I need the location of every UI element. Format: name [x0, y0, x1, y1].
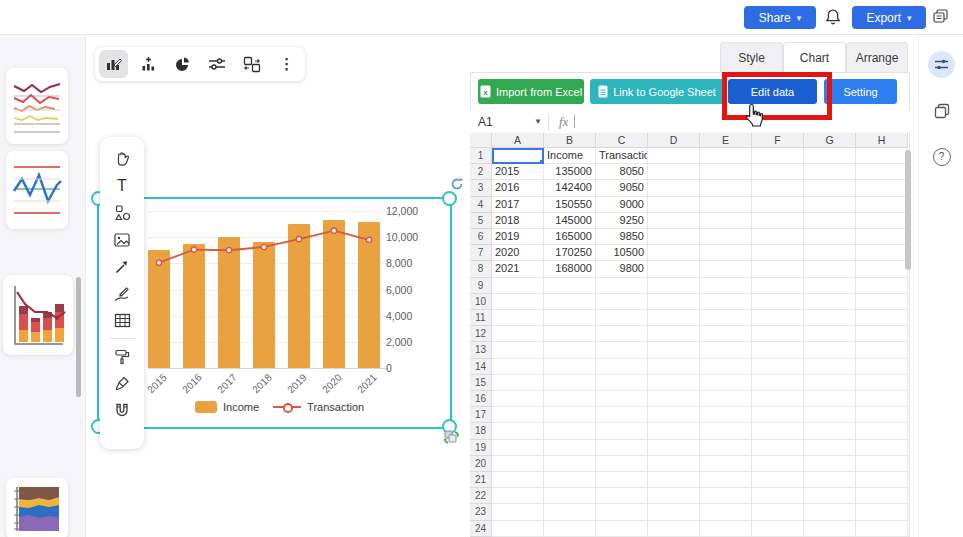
cell-H22[interactable] — [856, 488, 908, 504]
cell-A16[interactable] — [492, 391, 544, 407]
cell-A9[interactable] — [492, 278, 544, 294]
cell-F6[interactable] — [752, 229, 804, 245]
cell-E22[interactable] — [700, 488, 752, 504]
cell-D5[interactable] — [648, 213, 700, 229]
cell-B9[interactable] — [544, 278, 596, 294]
row-header-12[interactable]: 12 — [470, 326, 492, 342]
cell-E13[interactable] — [700, 342, 752, 358]
cell-H11[interactable] — [856, 310, 908, 326]
panel-sliders-icon[interactable] — [928, 51, 955, 78]
cell-E11[interactable] — [700, 310, 752, 326]
cell-C5[interactable]: 9250 — [596, 213, 648, 229]
cell-F11[interactable] — [752, 310, 804, 326]
cell-D9[interactable] — [648, 278, 700, 294]
cell-D16[interactable] — [648, 391, 700, 407]
cell-G22[interactable] — [804, 488, 856, 504]
cell-B18[interactable] — [544, 423, 596, 439]
cell-E21[interactable] — [700, 472, 752, 488]
cell-A2[interactable]: 2015 — [492, 164, 544, 180]
cell-F13[interactable] — [752, 342, 804, 358]
legend-item-transaction[interactable]: Transaction — [273, 401, 364, 413]
row-header-24[interactable]: 24 — [470, 521, 492, 537]
cell-G4[interactable] — [804, 197, 856, 213]
cell-H7[interactable] — [856, 245, 908, 261]
cell-B15[interactable] — [544, 375, 596, 391]
cell-D12[interactable] — [648, 326, 700, 342]
cell-B23[interactable] — [544, 504, 596, 520]
cell-E14[interactable] — [700, 359, 752, 375]
row-header-19[interactable]: 19 — [470, 440, 492, 456]
cell-D15[interactable] — [648, 375, 700, 391]
cell-B22[interactable] — [544, 488, 596, 504]
cell-C6[interactable]: 9850 — [596, 229, 648, 245]
row-header-11[interactable]: 11 — [470, 310, 492, 326]
link-to-google-sheet-button[interactable]: Link to Google Sheet — [590, 79, 724, 104]
cell-D4[interactable] — [648, 197, 700, 213]
cell-G11[interactable] — [804, 310, 856, 326]
row-header-13[interactable]: 13 — [470, 342, 492, 358]
cell-B5[interactable]: 145000 — [544, 213, 596, 229]
cell-B7[interactable]: 170250 — [544, 245, 596, 261]
cell-F2[interactable] — [752, 164, 804, 180]
cell-A20[interactable] — [492, 456, 544, 472]
cell-A4[interactable]: 2017 — [492, 197, 544, 213]
cell-H17[interactable] — [856, 407, 908, 423]
column-header-D[interactable]: D — [648, 133, 700, 148]
cell-F5[interactable] — [752, 213, 804, 229]
cell-A8[interactable]: 2021 — [492, 261, 544, 277]
text-tool-icon[interactable]: T — [108, 172, 136, 199]
cell-B2[interactable]: 135000 — [544, 164, 596, 180]
thumbnail-control-chart[interactable] — [6, 151, 68, 229]
cell-H2[interactable] — [856, 164, 908, 180]
cell-H12[interactable] — [856, 326, 908, 342]
hand-tool-icon[interactable] — [108, 145, 136, 172]
magnet-tool-icon[interactable] — [108, 397, 136, 424]
notifications-bell-icon[interactable] — [824, 8, 842, 31]
cell-F22[interactable] — [752, 488, 804, 504]
change-chart-icon[interactable] — [238, 50, 267, 78]
cell-B16[interactable] — [544, 391, 596, 407]
pages-icon[interactable] — [928, 97, 955, 124]
cell-G17[interactable] — [804, 407, 856, 423]
cell-C11[interactable] — [596, 310, 648, 326]
row-header-14[interactable]: 14 — [470, 359, 492, 375]
cell-F10[interactable] — [752, 294, 804, 310]
column-header-A[interactable]: A — [492, 133, 544, 148]
cell-E15[interactable] — [700, 375, 752, 391]
cell-B8[interactable]: 168000 — [544, 261, 596, 277]
row-header-21[interactable]: 21 — [470, 472, 492, 488]
cell-F21[interactable] — [752, 472, 804, 488]
row-header-4[interactable]: 4 — [470, 197, 492, 213]
column-header-C[interactable]: C — [596, 133, 648, 148]
rotate-handle-icon[interactable] — [450, 177, 464, 195]
cell-A21[interactable] — [492, 472, 544, 488]
cell-C24[interactable] — [596, 521, 648, 537]
cell-B6[interactable]: 165000 — [544, 229, 596, 245]
cell-B20[interactable] — [544, 456, 596, 472]
cell-A15[interactable] — [492, 375, 544, 391]
cell-D14[interactable] — [648, 359, 700, 375]
share-button[interactable]: Share ▾ — [744, 6, 816, 29]
cell-G7[interactable] — [804, 245, 856, 261]
cell-C1[interactable]: Transaction — [596, 148, 648, 164]
cell-H1[interactable] — [856, 148, 908, 164]
row-header-22[interactable]: 22 — [470, 488, 492, 504]
row-header-9[interactable]: 9 — [470, 278, 492, 294]
sidebar-scrollbar[interactable] — [76, 277, 81, 397]
cell-C2[interactable]: 8050 — [596, 164, 648, 180]
cell-E8[interactable] — [700, 261, 752, 277]
cell-F17[interactable] — [752, 407, 804, 423]
cell-F9[interactable] — [752, 278, 804, 294]
duplicate-pages-icon[interactable] — [932, 8, 949, 29]
cell-D20[interactable] — [648, 456, 700, 472]
cell-D17[interactable] — [648, 407, 700, 423]
cell-H19[interactable] — [856, 440, 908, 456]
tab-arrange[interactable]: Arrange — [846, 42, 908, 72]
cell-C12[interactable] — [596, 326, 648, 342]
cell-D1[interactable] — [648, 148, 700, 164]
cell-G3[interactable] — [804, 180, 856, 196]
cell-E16[interactable] — [700, 391, 752, 407]
cell-H13[interactable] — [856, 342, 908, 358]
cell-E18[interactable] — [700, 423, 752, 439]
cell-G16[interactable] — [804, 391, 856, 407]
